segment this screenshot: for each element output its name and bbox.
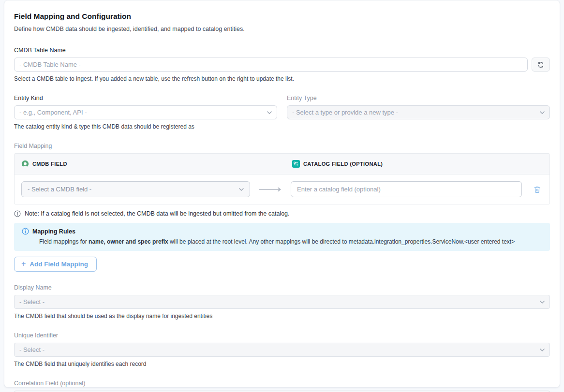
unique-identifier-help: The CMDB field that uniquely identifies … bbox=[14, 361, 550, 367]
mapping-rules-text: Field mappings for bbox=[39, 238, 89, 245]
cmdb-field-placeholder: - Select a CMDB field - bbox=[28, 186, 91, 193]
plus-icon: + bbox=[21, 260, 26, 268]
refresh-icon bbox=[537, 61, 544, 68]
note-row: Note: If a catalog field is not selected… bbox=[14, 210, 550, 217]
display-name-label: Display Name bbox=[14, 284, 550, 291]
mapping-rules-title-row: Mapping Rules bbox=[22, 228, 542, 235]
info-icon bbox=[22, 228, 29, 235]
field-mapping-row: - Select a CMDB field - bbox=[15, 174, 549, 204]
mapping-rules-body: Field mappings for name, owner and spec … bbox=[39, 238, 542, 245]
chevron-down-icon bbox=[267, 111, 272, 114]
field-mapping-config-card: Field Mapping and Configuration Define h… bbox=[4, 0, 560, 388]
info-icon bbox=[14, 210, 21, 217]
display-name-select[interactable]: - Select - bbox=[14, 295, 550, 309]
unique-identifier-label: Unique Identifier bbox=[14, 332, 550, 339]
catalog-field-input[interactable] bbox=[291, 181, 522, 197]
chevron-down-icon bbox=[540, 111, 545, 114]
mapping-rules-bold-text: name, owner and spec prefix bbox=[89, 238, 168, 245]
field-mapping-table: CMDB FIELD CATALOG FIELD (OPTIONAL) - Se… bbox=[14, 153, 550, 204]
cmdb-field-select[interactable]: - Select a CMDB field - bbox=[21, 181, 250, 197]
entity-kind-group: Entity Kind - e.g., Component, API - The… bbox=[14, 95, 277, 130]
cmdb-field-column-header: CMDB FIELD bbox=[21, 160, 292, 168]
add-field-mapping-label: Add Field Mapping bbox=[30, 261, 88, 268]
display-name-placeholder: - Select - bbox=[19, 298, 45, 305]
mapping-rules-title: Mapping Rules bbox=[32, 228, 75, 235]
entity-kind-label: Entity Kind bbox=[14, 95, 277, 102]
refresh-button[interactable] bbox=[532, 58, 550, 72]
display-name-group: Display Name - Select - The CMDB field t… bbox=[14, 284, 550, 319]
unique-identifier-placeholder: - Select - bbox=[19, 346, 45, 353]
entity-kind-select[interactable]: - e.g., Component, API - bbox=[14, 105, 277, 119]
field-mapping-table-header: CMDB FIELD CATALOG FIELD (OPTIONAL) bbox=[15, 154, 549, 174]
entity-type-placeholder: - Select a type or provide a new type - bbox=[292, 109, 398, 116]
chevron-down-icon bbox=[540, 301, 545, 304]
entity-type-select[interactable]: - Select a type or provide a new type - bbox=[287, 105, 550, 119]
add-field-mapping-button[interactable]: + Add Field Mapping bbox=[14, 257, 97, 272]
catalog-icon bbox=[292, 160, 300, 168]
cmdb-field-column-label: CMDB FIELD bbox=[32, 161, 67, 167]
chevron-down-icon bbox=[239, 188, 244, 191]
cmdb-table-name-input[interactable] bbox=[14, 58, 528, 72]
cmdb-table-name-help: Select a CMDB table to ingest. If you ad… bbox=[14, 75, 550, 82]
correlation-field-label: Correlation Field (optional) bbox=[14, 380, 550, 387]
display-name-help: The CMDB field that should be used as th… bbox=[14, 313, 550, 319]
servicenow-icon bbox=[21, 160, 29, 168]
note-text: Note: If a catalog field is not selected… bbox=[25, 210, 290, 217]
catalog-field-column-header: CATALOG FIELD (OPTIONAL) bbox=[292, 160, 383, 168]
cmdb-table-name-label: CMDB Table Name bbox=[14, 47, 550, 54]
page-subtitle: Define how CMDB data should be ingested,… bbox=[14, 26, 550, 32]
entity-kind-help: The catalog entity kind & type this CMDB… bbox=[14, 123, 277, 130]
entity-kind-placeholder: - e.g., Component, API - bbox=[19, 109, 87, 116]
page-title: Field Mapping and Configuration bbox=[14, 12, 550, 21]
mapping-arrow-icon bbox=[259, 187, 282, 192]
trash-icon bbox=[534, 186, 541, 193]
mapping-rules-text: will be placed at the root level. Any ot… bbox=[168, 238, 515, 245]
unique-identifier-group: Unique Identifier - Select - The CMDB fi… bbox=[14, 332, 550, 367]
mapping-rules-box: Mapping Rules Field mappings for name, o… bbox=[14, 223, 550, 251]
catalog-field-column-label: CATALOG FIELD (OPTIONAL) bbox=[303, 161, 383, 167]
unique-identifier-select[interactable]: - Select - bbox=[14, 343, 550, 357]
delete-mapping-button[interactable] bbox=[532, 184, 543, 195]
correlation-field-group: Correlation Field (optional) - Select - … bbox=[14, 380, 550, 392]
chevron-down-icon bbox=[540, 348, 545, 351]
entity-type-group: Entity Type - Select a type or provide a… bbox=[287, 95, 550, 130]
field-mapping-section-label: Field Mapping bbox=[14, 143, 550, 149]
entity-type-label: Entity Type bbox=[287, 95, 550, 102]
